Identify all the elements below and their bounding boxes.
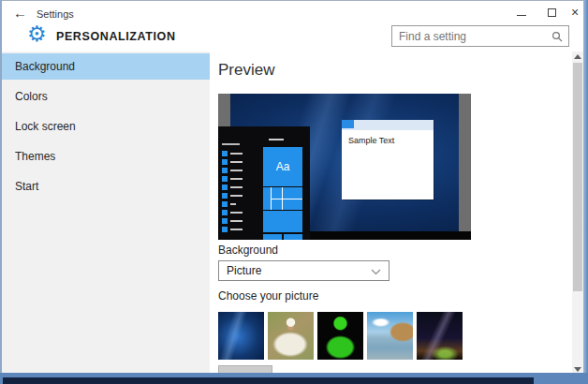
background-type-select[interactable]: Picture [218,260,390,281]
start-tile-wide [263,211,302,232]
sidebar-item-themes[interactable]: Themes [2,143,210,170]
picture-thumb-night-sky[interactable] [417,312,463,360]
start-menu-header-line [222,143,240,145]
vertical-scrollbar[interactable] [572,52,583,375]
frame-border-left [0,0,2,377]
sidebar-item-start[interactable]: Start [2,173,210,199]
scroll-down-icon[interactable] [574,367,581,372]
start-tile-small-left [263,234,282,240]
frame-border-right [583,0,588,384]
monitor-bezel-left [218,94,230,127]
scroll-up-icon[interactable] [574,54,581,59]
search-input[interactable] [399,26,549,46]
picture-thumb-windows-hero[interactable] [218,312,264,360]
scrollbar-thumb[interactable] [573,63,582,291]
preview-heading: Preview [218,61,274,80]
sidebar-item-lock-screen[interactable]: Lock screen [2,113,210,140]
start-menu-tiles: Aa [263,126,302,240]
picture-thumb-beach[interactable] [367,312,413,360]
choose-picture-label: Choose your picture [218,289,318,303]
picture-thumb-green-portrait[interactable] [317,312,363,360]
close-button[interactable]: × [561,1,583,23]
sample-window-text: Sample Text [348,136,394,145]
search-icon [551,31,563,42]
preview-start-menu: Aa [218,126,310,240]
picture-thumb-person[interactable] [268,312,314,360]
minimize-button[interactable] [507,1,536,23]
picture-thumbnails [218,312,463,360]
sidebar-item-background[interactable]: Background [2,53,210,80]
background-label: Background [218,244,278,257]
start-tile-aa: Aa [263,147,302,186]
sidebar: Background Colors Lock screen Themes Sta… [2,52,210,375]
desktop-preview: Aa Sample Text [218,94,471,240]
gear-icon: ⚙ [27,23,47,45]
background-type-value: Picture [227,264,261,277]
frame-shadow [3,377,534,384]
page-title: PERSONALIZATION [56,30,176,43]
minimize-icon [517,15,526,16]
start-tile-small-right [284,234,302,240]
sample-window-titlebar [342,120,434,130]
screenshot-frame: ← Settings × ⚙ PERSONALIZATION Backgroun… [0,0,588,384]
window-title: Settings [37,8,74,20]
maximize-icon [548,8,556,17]
chevron-down-icon [371,269,381,275]
preview-sample-window: Sample Text [342,120,434,199]
back-button[interactable]: ← [13,5,27,21]
frame-border-top [0,0,588,1]
tiles-header-line [269,139,284,140]
sample-window-accent-square [342,120,354,128]
start-tile-grid [263,187,302,210]
start-menu-item-list [222,149,243,233]
sidebar-item-colors[interactable]: Colors [2,83,210,110]
monitor-bezel-right [459,94,471,232]
search-box [391,25,569,47]
settings-window: ← Settings × ⚙ PERSONALIZATION Backgroun… [2,1,583,375]
